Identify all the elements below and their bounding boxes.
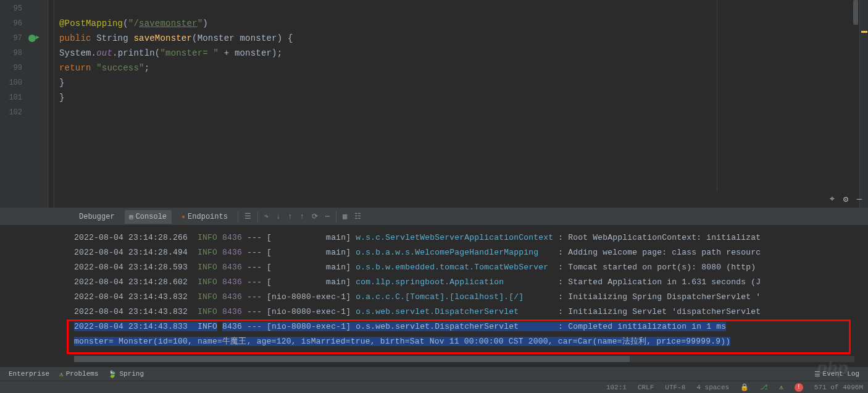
gutter-row: 100 [0,75,48,90]
step-into-icon[interactable]: ↷ [263,211,270,222]
console-output[interactable]: 2022-08-04 23:14:28.266 INFO 8436 --- [ … [0,226,868,369]
vcs-icon[interactable]: ⎇ [757,383,770,391]
lock-icon[interactable]: 🔒 [738,383,751,391]
line-number: 98 [0,49,27,57]
step-out-icon[interactable]: ↑ [286,211,293,222]
debug-tabbar: Debugger ▤Console ✶Endpoints ☰ ↷ ↓ ↑ ↑ ⟳… [0,208,868,226]
fold-column [48,0,54,208]
grid-icon[interactable]: ▦ [341,211,348,222]
debug-panel: Debugger ▤Console ✶Endpoints ☰ ↷ ↓ ↑ ↑ ⟳… [0,208,868,368]
gutter-row: 101 [0,90,48,105]
log-line: 2022-08-04 23:14:28.266 INFO 8436 --- [ … [74,230,868,245]
layout-icon[interactable]: ☰ [243,211,252,222]
line-number: 99 [0,64,27,72]
line-separator[interactable]: CRLF [635,384,656,391]
margin-guide [717,0,717,192]
tab-endpoints[interactable]: ✶Endpoints [177,210,233,224]
code-line: System.out.println("monster= " + monster… [54,46,859,61]
gutter-row: 95 [0,1,48,16]
console-icon: ▤ [130,213,133,221]
line-number: 101 [0,93,27,102]
warning-icon: ⚠ [59,370,64,378]
log-line: 2022-08-04 23:14:28.602 INFO 8436 --- [ … [74,275,868,290]
warnings-icon[interactable]: ⚠ [777,383,786,391]
caret-position[interactable]: 102:1 [604,384,629,391]
annotations-gutter [859,0,868,208]
spring-icon: 🍃 [108,370,117,378]
code-line: return "success"; [54,61,859,75]
divider [238,211,238,222]
warning-marker[interactable] [861,31,867,33]
code-line: public String saveMonster(Monster monste… [54,31,859,46]
editor-area: 95 96 97▶ 98 99 100 101 102 @PostMapping… [0,0,868,208]
line-number: 96 [0,19,27,28]
evaluate-icon[interactable]: ⟳ [311,211,319,222]
more-icon[interactable]: ⋯ [324,211,331,222]
gear-icon[interactable]: ⚙ [841,194,851,204]
log-line: 2022-08-04 23:14:28.494 INFO 8436 --- [ … [74,245,868,260]
tool-spring[interactable]: 🍃Spring [103,370,149,378]
gutter-row: 99 [0,61,48,75]
code-line: } [54,75,859,90]
run-to-icon[interactable]: ↑ [299,211,306,222]
step-over-icon[interactable]: ↓ [275,211,282,222]
run-icon[interactable]: ▶ [36,33,46,43]
editor-scrollbar[interactable] [853,0,858,25]
gutter: 95 96 97▶ 98 99 100 101 102 [0,0,48,208]
gutter-row: 98 [0,46,48,61]
divider [336,211,336,222]
gutter-row: 96 [0,16,48,31]
tool-problems[interactable]: ⚠Problems [54,370,103,378]
horizontal-scrollbar[interactable] [74,356,854,362]
gutter-row: 102 [0,105,48,120]
filter-icon[interactable]: ☷ [353,211,362,222]
watermark: php [817,358,848,378]
log-line: 2022-08-04 23:14:28.593 INFO 8436 --- [ … [74,260,868,275]
code-line: } [54,90,859,105]
tool-window-bar: Enterprise ⚠Problems 🍃Spring ☰Event Log [0,367,868,381]
status-bar: 102:1 CRLF UTF-8 4 spaces 🔒 ⎇ ⚠ ! 571 of… [0,381,868,393]
tool-enterprise[interactable]: Enterprise [4,370,54,378]
line-number: 97 [0,34,27,43]
log-line: 2022-08-04 23:14:43.833 INFO 8436 --- [n… [74,319,868,334]
code-line [54,105,859,120]
tab-debugger[interactable]: Debugger [74,210,120,224]
endpoints-icon: ✶ [182,213,185,221]
line-number: 102 [0,108,27,117]
indent[interactable]: 4 spaces [694,384,732,391]
line-number: 95 [0,4,27,13]
error-badge[interactable]: ! [792,383,806,392]
editor-widgets: ⌖ ⚙ — [827,194,864,204]
output-line: monster= Monster(id=100, name=牛魔王, age=1… [74,334,868,349]
annotation: @PostMapping [59,19,123,28]
line-number: 100 [0,78,27,87]
code-line [54,1,859,16]
tab-console[interactable]: ▤Console [125,210,172,224]
encoding[interactable]: UTF-8 [662,384,688,391]
memory-indicator[interactable]: 571 of 4096M [812,384,866,391]
target-icon[interactable]: ⌖ [827,194,837,204]
breakpoint-icon[interactable] [28,35,36,42]
minimize-icon[interactable]: — [854,194,864,204]
divider [257,211,258,222]
log-line: 2022-08-04 23:14:43.832 INFO 8436 --- [n… [74,305,868,319]
code-line: @PostMapping("/savemonster") [54,16,859,31]
log-line: 2022-08-04 23:14:43.832 INFO 8436 --- [n… [74,290,868,305]
scroll-thumb[interactable] [74,356,630,362]
code-content[interactable]: @PostMapping("/savemonster") public Stri… [54,0,859,208]
gutter-row: 97▶ [0,31,48,46]
